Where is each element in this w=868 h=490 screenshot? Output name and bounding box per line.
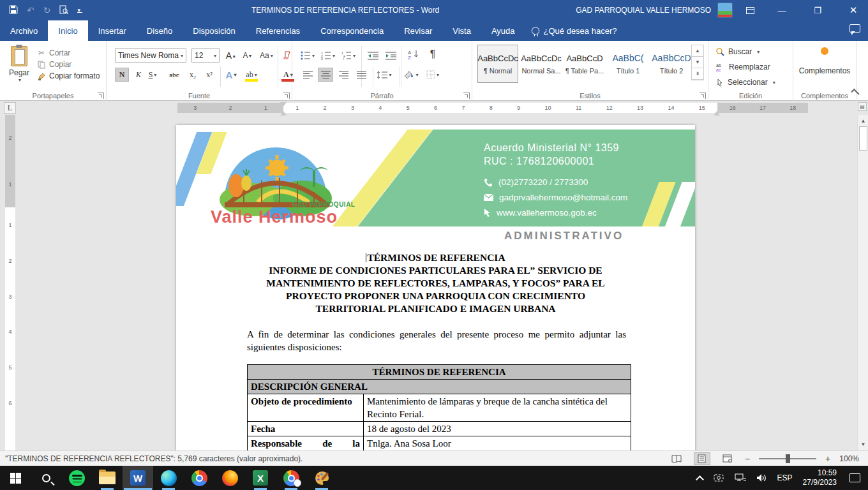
- action-center-icon[interactable]: [849, 473, 860, 482]
- web-layout-icon[interactable]: [719, 452, 736, 465]
- status-info[interactable]: "TERMINOS DE REFERENCIA REFLECTORES": 5,…: [0, 454, 303, 463]
- decrease-indent-icon[interactable]: [365, 48, 380, 63]
- document-area[interactable]: GAD PARROQUIAL Valle Hermoso Acuerdo Min…: [0, 115, 868, 450]
- tell-me-box[interactable]: ¿Qué desea hacer?: [525, 20, 624, 41]
- vertical-scrollbar[interactable]: ▲ ▼: [857, 115, 868, 450]
- complementos-button[interactable]: Complementos: [793, 66, 856, 75]
- paste-dropdown-icon[interactable]: ▾: [19, 77, 21, 83]
- language-indicator[interactable]: ESP: [777, 473, 793, 482]
- change-case-button[interactable]: Aa▾: [258, 48, 274, 63]
- tab-vista[interactable]: Vista: [442, 20, 481, 41]
- read-mode-icon[interactable]: [668, 452, 685, 465]
- align-right-icon[interactable]: [336, 68, 351, 82]
- grow-font-button[interactable]: A▲: [224, 48, 238, 63]
- horizontal-ruler-right-margin[interactable]: 161718: [717, 103, 808, 113]
- bullets-icon[interactable]: ▾: [300, 48, 315, 63]
- highlight-color-button[interactable]: ab▾: [244, 68, 258, 82]
- zoom-level[interactable]: 100%: [839, 454, 859, 463]
- taskbar-chrome[interactable]: [184, 466, 214, 490]
- taskbar-excel[interactable]: X: [245, 466, 276, 490]
- tab-diseno[interactable]: Diseño: [137, 20, 183, 41]
- cut-button[interactable]: ✂ Cortar: [37, 48, 100, 57]
- italic-button[interactable]: K: [131, 68, 146, 82]
- borders-icon[interactable]: ▾: [425, 68, 440, 82]
- superscript-button[interactable]: x²: [202, 68, 216, 82]
- tab-inicio[interactable]: Inicio: [48, 20, 87, 41]
- customize-qat-icon[interactable]: ▾: [77, 8, 82, 13]
- screen-capture-icon[interactable]: [713, 473, 724, 482]
- tab-disposicion[interactable]: Disposición: [183, 20, 245, 41]
- format-painter-button[interactable]: Copiar formato: [37, 71, 100, 80]
- tab-revisar[interactable]: Revisar: [394, 20, 442, 41]
- line-spacing-icon[interactable]: ▾: [377, 68, 392, 82]
- taskbar-edge[interactable]: [153, 466, 184, 490]
- tab-ayuda[interactable]: Ayuda: [481, 20, 525, 41]
- scroll-down-icon[interactable]: ▼: [859, 440, 867, 449]
- network-icon[interactable]: [735, 473, 746, 482]
- multilevel-list-icon[interactable]: 1ai▾: [341, 48, 356, 63]
- sort-icon[interactable]: AZ: [406, 47, 421, 61]
- zoom-out-icon[interactable]: −: [745, 454, 750, 464]
- taskbar-search-button[interactable]: [31, 466, 61, 490]
- start-button[interactable]: [0, 466, 31, 490]
- bold-button[interactable]: N: [115, 68, 129, 82]
- strikethrough-button[interactable]: abc: [167, 68, 181, 82]
- replace-button[interactable]: abac Reemplazar: [716, 63, 770, 71]
- tab-referencias[interactable]: Referencias: [246, 20, 310, 41]
- minimize-button[interactable]: —: [767, 0, 797, 20]
- styles-gallery-expand-icon[interactable]: ⇟: [692, 68, 703, 80]
- feedback-icon[interactable]: [849, 24, 860, 33]
- document-page[interactable]: GAD PARROQUIAL Valle Hermoso Acuerdo Min…: [176, 125, 695, 450]
- print-preview-icon[interactable]: [59, 5, 68, 16]
- ribbon-display-options-icon[interactable]: [739, 0, 761, 20]
- tab-archivo[interactable]: Archivo: [0, 20, 48, 41]
- horizontal-ruler[interactable]: 123456789101112131415: [283, 103, 717, 113]
- align-center-icon[interactable]: [318, 68, 333, 82]
- style-titulo-2[interactable]: AaBbCcD Título 2: [651, 45, 692, 83]
- horizontal-ruler-left-margin[interactable]: 321: [177, 103, 283, 113]
- zoom-slider[interactable]: [759, 458, 816, 459]
- restore-button[interactable]: ❐: [803, 0, 832, 20]
- shrink-font-button[interactable]: A▼: [241, 48, 255, 63]
- undo-icon[interactable]: ↶: [27, 6, 34, 15]
- account-name[interactable]: GAD PARROQUIAL VALLE HERMOSO: [576, 6, 711, 15]
- style-titulo-1[interactable]: AaBbC( Título 1: [608, 45, 648, 83]
- font-size-combobox[interactable]: 12▾: [191, 48, 220, 63]
- scrollbar-thumb[interactable]: [859, 126, 867, 151]
- scroll-up-icon[interactable]: ▲: [859, 117, 867, 125]
- tab-insertar[interactable]: Insertar: [88, 20, 137, 41]
- portapapeles-dialog-launcher-icon[interactable]: [98, 93, 104, 99]
- paste-button[interactable]: Pegar ▾: [5, 46, 33, 88]
- taskbar-file-explorer[interactable]: [92, 466, 123, 490]
- fuente-dialog-launcher-icon[interactable]: [283, 93, 290, 99]
- taskbar-spotify[interactable]: [61, 466, 92, 490]
- taskbar-chrome-app[interactable]: [276, 466, 306, 490]
- ruler-toggle-icon[interactable]: ▤: [858, 102, 867, 111]
- pilcrow-icon[interactable]: ¶: [425, 47, 440, 61]
- styles-scroll-down-icon[interactable]: ▼: [692, 57, 703, 68]
- justify-icon[interactable]: [354, 68, 369, 82]
- save-icon[interactable]: [9, 5, 18, 15]
- subscript-button[interactable]: x₂: [186, 68, 200, 82]
- zoom-in-icon[interactable]: +: [825, 454, 830, 464]
- text-effects-button[interactable]: A▾: [224, 68, 238, 82]
- shading-icon[interactable]: ▾: [403, 68, 419, 82]
- taskbar-word[interactable]: W: [123, 466, 153, 490]
- tray-expand-icon[interactable]: [696, 475, 704, 484]
- parrafo-dialog-launcher-icon[interactable]: [463, 93, 470, 99]
- taskbar-firefox[interactable]: [214, 466, 245, 490]
- tab-stop-selector[interactable]: L: [4, 102, 16, 114]
- account-avatar[interactable]: [717, 3, 733, 18]
- find-button[interactable]: Buscar▾: [716, 47, 760, 56]
- taskbar-paint[interactable]: [306, 466, 337, 490]
- styles-scroll-up-icon[interactable]: ▲: [692, 45, 703, 57]
- copy-button[interactable]: Copiar: [37, 60, 100, 69]
- align-left-icon[interactable]: [300, 68, 315, 82]
- font-name-combobox[interactable]: Times New Roma▾: [115, 48, 186, 63]
- style-normal-sa[interactable]: AaBbCcDc Normal Sa...: [521, 45, 562, 83]
- zoom-slider-thumb[interactable]: [786, 454, 790, 463]
- print-layout-icon[interactable]: [694, 452, 710, 465]
- select-button[interactable]: Seleccionar▾: [716, 78, 775, 87]
- increase-indent-icon[interactable]: [383, 48, 398, 63]
- underline-button[interactable]: S▾: [146, 68, 160, 82]
